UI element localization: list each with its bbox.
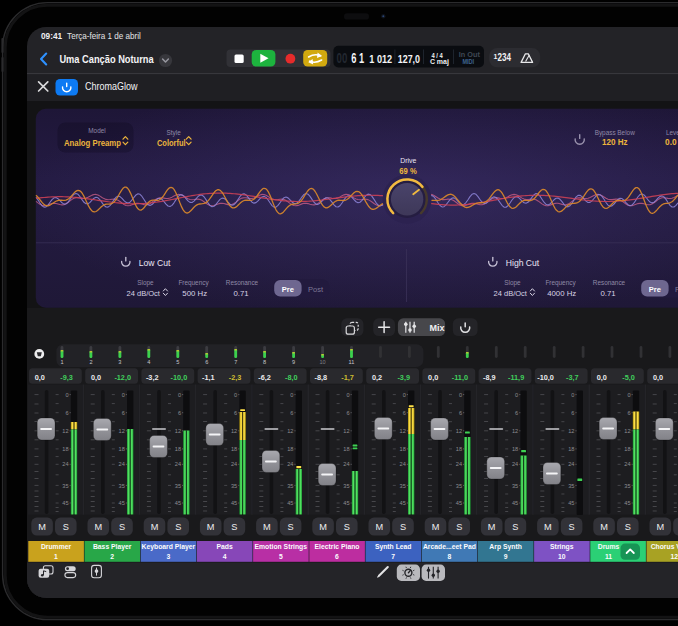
svg-text:234: 234: [498, 52, 512, 63]
svg-text:S: S: [175, 522, 181, 532]
svg-text:0: 0: [571, 392, 574, 398]
svg-text:-10,0: -10,0: [171, 373, 188, 382]
svg-text:24 dB/Oct: 24 dB/Oct: [127, 289, 161, 298]
svg-text:6: 6: [403, 410, 406, 416]
svg-text:6 1: 6 1: [351, 49, 364, 66]
svg-text:12: 12: [568, 428, 574, 434]
svg-text:M: M: [263, 522, 271, 532]
svg-text:127,0: 127,0: [398, 53, 420, 65]
svg-text:2: 2: [110, 553, 114, 560]
svg-text:6: 6: [571, 410, 574, 416]
svg-text:-8,8: -8,8: [315, 373, 328, 382]
svg-text:35: 35: [231, 483, 237, 489]
svg-text:12: 12: [456, 428, 462, 434]
svg-text:Drummer: Drummer: [41, 543, 72, 550]
svg-text:45: 45: [624, 500, 630, 506]
svg-text:M: M: [207, 522, 215, 532]
svg-text:Chorus Vocals: Chorus Vocals: [651, 543, 678, 550]
svg-text:6: 6: [346, 410, 349, 416]
svg-text:-1,1: -1,1: [202, 373, 215, 382]
svg-text:-8,0: -8,0: [285, 373, 298, 382]
svg-text:18: 18: [175, 446, 181, 452]
svg-text:6: 6: [515, 410, 518, 416]
svg-text:11: 11: [605, 553, 612, 560]
svg-text:24: 24: [231, 461, 237, 467]
svg-text:ChromaGlow: ChromaGlow: [85, 81, 138, 92]
svg-text:0.71: 0.71: [600, 289, 615, 298]
svg-text:Bypass Below: Bypass Below: [595, 129, 636, 137]
svg-text:M: M: [488, 522, 496, 532]
svg-text:10: 10: [319, 359, 325, 365]
svg-text:18: 18: [568, 446, 574, 452]
svg-text:M: M: [94, 522, 102, 532]
svg-text:12: 12: [343, 428, 349, 434]
svg-text:24: 24: [175, 461, 181, 467]
svg-text:Drive: Drive: [400, 156, 416, 165]
svg-text:4: 4: [223, 553, 227, 560]
svg-text:M: M: [432, 522, 440, 532]
svg-text:24: 24: [512, 461, 518, 467]
svg-text:Arp Synth: Arp Synth: [489, 543, 521, 551]
svg-text:S: S: [119, 522, 125, 532]
svg-text:12: 12: [119, 428, 125, 434]
svg-text:Electric Piano: Electric Piano: [315, 543, 360, 550]
svg-text:3: 3: [167, 553, 171, 560]
svg-text:Arcade...eet Pad: Arcade...eet Pad: [423, 543, 476, 550]
svg-text:24: 24: [400, 461, 406, 467]
svg-text:-1,7: -1,7: [341, 373, 354, 382]
svg-text:45: 45: [568, 500, 574, 506]
svg-text:Bass Player: Bass Player: [93, 543, 132, 551]
svg-text:0: 0: [459, 392, 462, 398]
svg-text:Terça-feira 1 de abril: Terça-feira 1 de abril: [67, 31, 141, 41]
svg-text:M: M: [151, 522, 159, 532]
svg-text:-3,2: -3,2: [146, 373, 159, 382]
svg-text:Post: Post: [308, 285, 324, 294]
svg-text:24: 24: [62, 461, 68, 467]
svg-text:24: 24: [119, 461, 125, 467]
svg-text:18: 18: [400, 446, 406, 452]
svg-text:High Cut: High Cut: [506, 258, 540, 268]
svg-text:500 Hz: 500 Hz: [182, 289, 207, 298]
svg-text:12: 12: [62, 428, 68, 434]
svg-text:0: 0: [403, 392, 406, 398]
svg-text:45: 45: [400, 500, 406, 506]
svg-text:S: S: [569, 522, 575, 532]
svg-text:0: 0: [627, 392, 630, 398]
svg-text:35: 35: [512, 483, 518, 489]
svg-text:6: 6: [627, 410, 630, 416]
svg-text:C maj: C maj: [430, 57, 449, 66]
svg-text:8: 8: [448, 553, 452, 560]
svg-text:Pre: Pre: [649, 285, 661, 294]
svg-text:24: 24: [456, 461, 462, 467]
svg-text:6: 6: [65, 410, 68, 416]
svg-text:M: M: [544, 522, 552, 532]
svg-text:6: 6: [335, 553, 339, 560]
svg-text:M: M: [656, 522, 664, 532]
svg-text:45: 45: [231, 500, 237, 506]
svg-text:M: M: [600, 522, 608, 532]
svg-text:18: 18: [287, 446, 293, 452]
svg-text:35: 35: [119, 483, 125, 489]
svg-text:Frequency: Frequency: [545, 279, 576, 287]
svg-text:6: 6: [290, 410, 293, 416]
svg-text:0: 0: [122, 392, 125, 398]
svg-text:Level: Level: [666, 129, 678, 136]
svg-text:4: 4: [147, 359, 150, 365]
svg-text:120 Hz: 120 Hz: [602, 137, 628, 147]
svg-text:0: 0: [290, 392, 293, 398]
svg-text:3: 3: [118, 359, 121, 365]
svg-text:0.71: 0.71: [233, 289, 248, 298]
svg-text:35: 35: [456, 483, 462, 489]
svg-text:Emotion Strings: Emotion Strings: [255, 543, 308, 551]
svg-text:Resonance: Resonance: [226, 279, 259, 286]
svg-text:18: 18: [62, 446, 68, 452]
svg-text:12: 12: [287, 428, 293, 434]
svg-text:35: 35: [175, 483, 181, 489]
svg-text:45: 45: [287, 500, 293, 506]
svg-text:M: M: [38, 522, 46, 532]
svg-text:6: 6: [459, 410, 462, 416]
svg-text:Pre: Pre: [282, 285, 294, 294]
svg-text:0.0: 0.0: [665, 137, 677, 147]
svg-text:Slope: Slope: [137, 279, 154, 287]
svg-text:Uma Canção Noturna: Uma Canção Noturna: [59, 53, 154, 65]
